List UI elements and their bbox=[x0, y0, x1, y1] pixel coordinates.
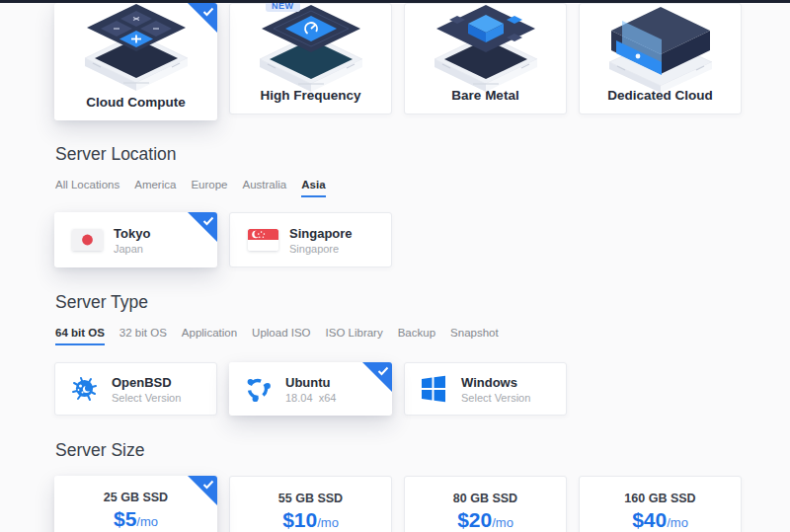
tab-iso-library[interactable]: ISO Library bbox=[326, 327, 383, 345]
tab-america[interactable]: America bbox=[134, 179, 176, 197]
size-storage: 25 GB SSD bbox=[54, 491, 217, 504]
server-type-heading: Server Type bbox=[55, 292, 148, 313]
location-city: Tokyo bbox=[114, 226, 150, 241]
size-storage: 80 GB SSD bbox=[405, 492, 566, 505]
size-price: $5 bbox=[114, 507, 136, 530]
singapore-flag-icon bbox=[248, 229, 278, 251]
selected-check-badge bbox=[188, 212, 217, 242]
server-type-tabs: 64 bit OS 32 bit OS Application Upload I… bbox=[55, 327, 499, 345]
check-icon bbox=[202, 480, 214, 490]
size-period: /mo bbox=[136, 514, 158, 529]
tab-australia[interactable]: Australia bbox=[243, 179, 287, 197]
high-frequency-icon bbox=[237, 5, 385, 94]
size-card-55gb[interactable]: 55 GB SSD $10/mo $0.015/h bbox=[229, 476, 392, 532]
os-subtitle: Select Version bbox=[112, 392, 181, 404]
os-card-ubuntu[interactable]: Ubuntu 18.04 x64 bbox=[229, 362, 392, 416]
check-icon bbox=[377, 366, 389, 376]
location-country: Singapore bbox=[289, 243, 353, 255]
server-size-heading: Server Size bbox=[55, 440, 144, 461]
location-country: Japan bbox=[114, 243, 150, 255]
size-period: /mo bbox=[492, 515, 514, 530]
size-card-160gb[interactable]: 160 GB SSD $40/mo $0.060/h bbox=[579, 476, 742, 532]
os-card-openbsd[interactable]: OpenBSD Select Version bbox=[54, 362, 217, 416]
os-subtitle: Select Version bbox=[461, 392, 530, 404]
location-card-row: Tokyo Japan Singapore Singapore bbox=[54, 212, 742, 267]
tab-upload-iso[interactable]: Upload ISO bbox=[252, 327, 310, 345]
plan-card-high-frequency[interactable]: NEW High Frequency bbox=[229, 3, 392, 114]
bare-metal-icon bbox=[412, 5, 560, 94]
tab-application[interactable]: Application bbox=[182, 327, 237, 345]
size-period: /mo bbox=[667, 515, 688, 530]
tab-snapshot[interactable]: Snapshot bbox=[450, 327, 499, 345]
cloud-compute-icon bbox=[62, 4, 210, 93]
tab-backup[interactable]: Backup bbox=[398, 327, 435, 345]
size-period: /mo bbox=[317, 515, 339, 530]
plan-label: Cloud Compute bbox=[86, 95, 186, 110]
plan-card-row: Cloud Compute NEW High Frequency bbox=[54, 3, 742, 120]
selected-check-badge bbox=[362, 362, 392, 392]
os-card-row: OpenBSD Select Version Ubuntu 18.04 x64 bbox=[54, 362, 742, 416]
plan-card-cloud-compute[interactable]: Cloud Compute bbox=[54, 3, 217, 120]
size-storage: 55 GB SSD bbox=[230, 492, 391, 505]
plan-card-dedicated-cloud[interactable]: Dedicated Cloud bbox=[579, 3, 742, 114]
tab-asia[interactable]: Asia bbox=[301, 179, 325, 197]
os-card-windows[interactable]: Windows Select Version bbox=[404, 362, 567, 416]
size-card-25gb[interactable]: 25 GB SSD $5/mo $0.007/h bbox=[54, 476, 217, 532]
os-name: Windows bbox=[461, 375, 530, 390]
size-storage: 160 GB SSD bbox=[580, 492, 741, 505]
os-name: Ubuntu bbox=[285, 375, 336, 390]
location-city: Singapore bbox=[289, 226, 353, 241]
windows-icon bbox=[419, 374, 448, 404]
size-card-80gb[interactable]: 80 GB SSD $20/mo $0.030/h bbox=[404, 476, 567, 532]
dedicated-cloud-icon bbox=[587, 5, 735, 94]
japan-flag-icon bbox=[72, 229, 103, 251]
tab-all-locations[interactable]: All Locations bbox=[55, 179, 119, 197]
os-subtitle: 18.04 x64 bbox=[285, 392, 336, 404]
server-location-heading: Server Location bbox=[55, 144, 177, 165]
check-icon bbox=[202, 216, 214, 226]
tab-32-bit-os[interactable]: 32 bit OS bbox=[119, 327, 167, 345]
os-name: OpenBSD bbox=[112, 375, 181, 390]
tab-64-bit-os[interactable]: 64 bit OS bbox=[55, 327, 105, 345]
size-price: $40 bbox=[632, 508, 667, 531]
size-price: $10 bbox=[282, 508, 317, 531]
top-edge-bar bbox=[0, 0, 790, 3]
openbsd-icon bbox=[69, 374, 99, 404]
ubuntu-icon bbox=[243, 374, 273, 404]
size-price: $20 bbox=[457, 508, 492, 531]
check-icon bbox=[202, 7, 214, 17]
location-card-tokyo[interactable]: Tokyo Japan bbox=[54, 212, 217, 267]
tab-europe[interactable]: Europe bbox=[191, 179, 227, 197]
location-card-singapore[interactable]: Singapore Singapore bbox=[229, 212, 392, 267]
plan-card-bare-metal[interactable]: Bare Metal bbox=[404, 3, 567, 114]
location-tabs: All Locations America Europe Australia A… bbox=[55, 179, 326, 197]
size-card-row: 25 GB SSD $5/mo $0.007/h 55 GB SSD $10/m… bbox=[54, 476, 742, 532]
